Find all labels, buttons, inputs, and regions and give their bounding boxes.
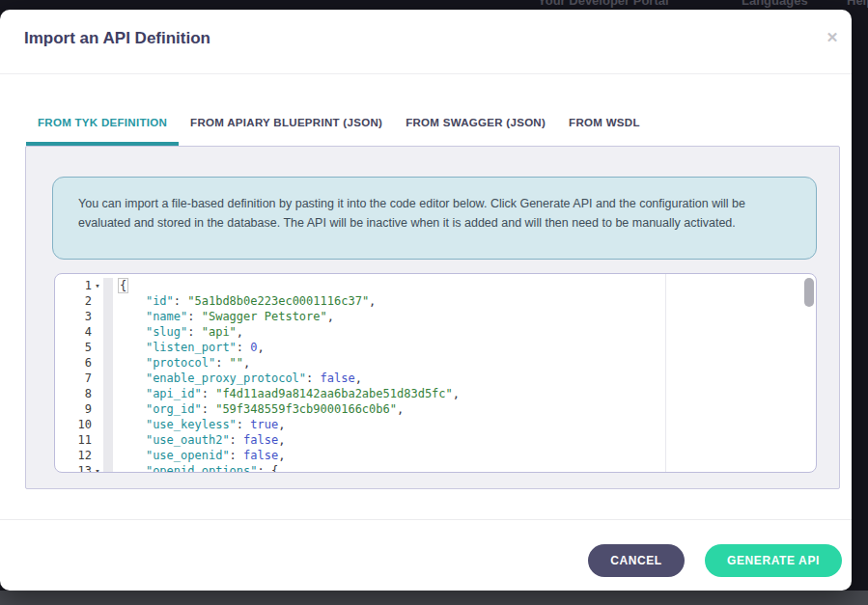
editor-code-line: "id": "5a1bd8b0e223ec0001116c37", <box>118 293 816 309</box>
fold-spacer <box>92 432 103 448</box>
code-editor[interactable]: 1▾2345678910111213▾ { "id": "5a1bd8b0e22… <box>54 273 817 473</box>
editor-gutter: 1▾2345678910111213▾ <box>55 278 103 473</box>
fold-spacer <box>92 386 103 401</box>
tab-from-tyk-definition[interactable]: FROM TYK DEFINITION <box>26 102 179 146</box>
editor-line-number: 3 <box>55 309 103 324</box>
fold-spacer <box>92 448 103 463</box>
editor-code-line: { <box>118 278 816 293</box>
editor-code-line: "listen_port": 0, <box>118 340 816 355</box>
editor-code-line: "use_keyless": true, <box>118 417 816 432</box>
editor-gutter-divider <box>103 278 113 473</box>
editor-code-area[interactable]: { "id": "5a1bd8b0e223ec0001116c37", "nam… <box>113 278 816 473</box>
fold-spacer <box>92 309 103 324</box>
editor-line-number: 6 <box>55 355 103 371</box>
tab-from-wsdl[interactable]: FROM WSDL <box>557 102 652 146</box>
editor-code-line: "use_oauth2": false, <box>118 432 816 448</box>
header-divider <box>0 73 852 74</box>
footer-divider <box>0 519 852 520</box>
editor-line-number: 11 <box>55 432 103 448</box>
background-navbar: Your Developer PortalLanguagesHelp <box>0 0 868 10</box>
tab-bar: FROM TYK DEFINITIONFROM APIARY BLUEPRINT… <box>26 102 652 146</box>
fold-spacer <box>92 371 103 386</box>
editor-code-line: "name": "Swagger Petstore", <box>118 309 816 324</box>
editor-code-line: "use_openid": false, <box>118 448 816 463</box>
editor-line-number: 12 <box>55 448 103 463</box>
fold-spacer <box>92 324 103 340</box>
fold-spacer <box>92 293 103 309</box>
info-banner: You can import a file-based definition b… <box>52 177 817 260</box>
fold-spacer <box>92 417 103 432</box>
editor-line-number: 9 <box>55 401 103 417</box>
editor-code-line: "org_id": "59f348559f3cb9000166c0b6", <box>118 401 816 417</box>
editor-line-number: 7 <box>55 371 103 386</box>
fold-toggle-icon[interactable]: ▾ <box>92 463 103 473</box>
tab-from-swagger-json[interactable]: FROM SWAGGER (JSON) <box>394 102 557 146</box>
modal-title: Import an API Definition <box>24 29 210 48</box>
generate-api-button[interactable]: GENERATE API <box>705 544 842 577</box>
editor-line-number: 8 <box>55 386 103 401</box>
fold-toggle-icon[interactable]: ▾ <box>92 278 103 293</box>
info-banner-line: You can import a file-based definition b… <box>78 194 791 213</box>
background-bottom-strip <box>0 591 868 605</box>
background-nav-item: Your Developer Portal <box>538 0 669 8</box>
editor-code-line: "slug": "api", <box>118 324 816 340</box>
import-api-modal: Import an API Definition ✕ FROM TYK DEFI… <box>0 10 852 591</box>
editor-code-line: "openid_options": { <box>118 463 816 473</box>
tab-from-apiary-blueprint-json[interactable]: FROM APIARY BLUEPRINT (JSON) <box>179 102 394 146</box>
background-nav-item: Languages <box>742 0 808 8</box>
cancel-button[interactable]: CANCEL <box>588 544 685 577</box>
editor-code-line: "api_id": "f4d11aad9a8142aa6ba2abe51d83d… <box>118 386 816 401</box>
editor-line-number: 2 <box>55 293 103 309</box>
editor-code-line: "enable_proxy_protocol": false, <box>118 371 816 386</box>
tab-content-panel: You can import a file-based definition b… <box>25 146 840 489</box>
background-nav-item: Help <box>847 0 868 8</box>
fold-spacer <box>92 401 103 417</box>
fold-spacer <box>92 340 103 355</box>
editor-code-line: "protocol": "", <box>118 355 816 371</box>
editor-scrollbar-thumb[interactable] <box>804 278 814 307</box>
close-icon[interactable]: ✕ <box>822 27 843 48</box>
editor-print-margin <box>665 274 666 472</box>
fold-spacer <box>92 355 103 371</box>
editor-line-number: 1▾ <box>55 278 103 293</box>
info-banner-line: evaluated and stored in the database. Th… <box>78 213 791 233</box>
editor-line-number: 10 <box>55 417 103 432</box>
editor-line-number: 13▾ <box>55 463 103 473</box>
editor-line-number: 4 <box>55 324 103 340</box>
editor-line-number: 5 <box>55 340 103 355</box>
